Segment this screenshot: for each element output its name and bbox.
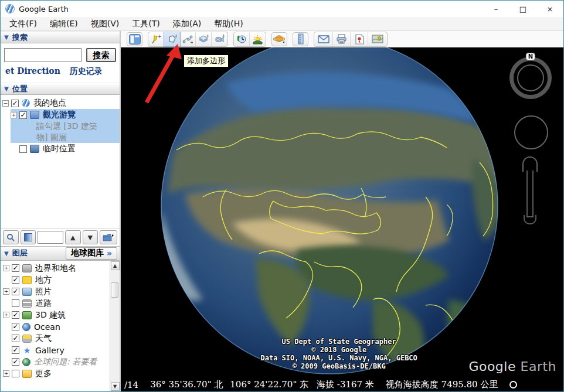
planets-button[interactable]	[271, 32, 287, 46]
historical-imagery-button[interactable]	[234, 32, 250, 46]
layer-weather[interactable]: ✓ 天气	[3, 333, 110, 345]
layer-label[interactable]: 更多	[35, 369, 52, 379]
zoom-slider[interactable]	[522, 156, 538, 226]
earth-viewport[interactable]: US Dept of State Geographer © 2018 Googl…	[121, 47, 563, 391]
places-checkbox[interactable]: ✓	[12, 276, 19, 284]
menu-view[interactable]: 视图(V)	[84, 18, 126, 30]
ruler-icon	[297, 33, 304, 45]
add-image-overlay-button[interactable]: +	[196, 32, 212, 46]
earth-gallery-button[interactable]: 地球图库 »	[66, 247, 117, 260]
places-panel-header[interactable]: ▼ 位置	[1, 83, 120, 95]
buildings-checkbox[interactable]: ✓	[12, 311, 19, 319]
layer-more[interactable]: + 更多	[3, 368, 110, 380]
weather-checkbox[interactable]: ✓	[12, 335, 19, 342]
record-tour-button[interactable]: +	[212, 32, 227, 46]
move-down-button[interactable]: ▼	[83, 230, 98, 244]
layer-label[interactable]: 3D 建筑	[35, 310, 66, 321]
tree-item-sightseeing[interactable]: + ✓ 觀光游覽	[11, 109, 120, 121]
layer-label[interactable]: 地方	[35, 275, 52, 285]
my-places-checkbox[interactable]: ✓	[11, 100, 19, 107]
expander-icon[interactable]: +	[11, 112, 17, 118]
sightseeing-checkbox[interactable]: ✓	[19, 111, 27, 119]
close-button[interactable]: ×	[536, 1, 563, 17]
my-places-label[interactable]: 我的地点	[33, 98, 66, 108]
layer-label[interactable]: 天气	[35, 333, 52, 344]
expander-icon[interactable]: −	[2, 100, 9, 107]
more-checkbox[interactable]	[12, 370, 19, 377]
search-panel-header[interactable]: ▼ 搜索	[1, 31, 120, 43]
layer-ocean[interactable]: ✓ Ocean	[3, 321, 110, 333]
folder-actions-button[interactable]	[100, 230, 117, 244]
roads-checkbox[interactable]	[12, 299, 19, 307]
email-button[interactable]	[314, 32, 333, 46]
add-polygon-button[interactable]: +	[164, 32, 180, 46]
scroll-up-button[interactable]: ▲	[111, 261, 120, 270]
borders-icon	[22, 264, 32, 272]
temporary-places-label[interactable]: 临时位置	[43, 144, 76, 154]
places-filter-input[interactable]	[38, 231, 63, 244]
photos-icon	[22, 288, 32, 296]
layer-photos[interactable]: + ✓ 照片	[3, 286, 110, 298]
minimize-button[interactable]: –	[483, 1, 509, 17]
scrollbar-thumb[interactable]	[111, 282, 118, 298]
search-button[interactable]: 搜索	[86, 48, 116, 62]
sightseeing-label[interactable]: 觀光游覽	[43, 110, 76, 120]
gallery-checkbox[interactable]: ✓	[12, 346, 19, 354]
watermark-earth: Earth	[516, 359, 556, 374]
pan-joystick[interactable]	[514, 115, 548, 149]
layer-label[interactable]: 道路	[35, 298, 52, 309]
sidebar-toggle-button[interactable]	[127, 32, 142, 46]
tree-item-my-places[interactable]: − ✓ 我的地点	[2, 97, 120, 109]
save-image-button[interactable]	[351, 32, 368, 46]
photos-checkbox[interactable]: ✓	[12, 288, 19, 295]
layer-label[interactable]: 全球问题: 若要看	[34, 357, 97, 367]
layer-roads[interactable]: 道路	[3, 298, 110, 309]
scroll-down-button[interactable]: ▼	[111, 382, 120, 391]
view-in-maps-button[interactable]	[368, 32, 387, 46]
expander-icon[interactable]: +	[3, 265, 9, 271]
scrollbar-track[interactable]	[110, 271, 120, 382]
layer-label[interactable]: 边界和地名	[35, 263, 76, 274]
ruler-button[interactable]	[293, 32, 308, 46]
expander-icon[interactable]: +	[3, 312, 9, 318]
expander-icon[interactable]: +	[3, 370, 9, 377]
layer-label[interactable]: Gallery	[35, 346, 64, 355]
ocean-checkbox[interactable]: ✓	[12, 323, 19, 330]
layer-gallery[interactable]: ✓ ★ Gallery	[3, 345, 110, 356]
layers-scrollbar[interactable]: ▲ ▼	[110, 261, 120, 392]
zoom-track[interactable]	[526, 171, 534, 217]
look-joystick[interactable]	[517, 64, 544, 91]
view-toggle-button[interactable]	[21, 230, 36, 244]
temporary-places-checkbox[interactable]	[19, 145, 27, 153]
search-places-button[interactable]	[3, 230, 19, 244]
move-up-button[interactable]: ▲	[65, 230, 81, 244]
menu-file[interactable]: 文件(F)	[3, 18, 43, 30]
borders-checkbox[interactable]: ✓	[12, 264, 19, 272]
layer-3d-buildings[interactable]: + ✓ 3D 建筑	[3, 309, 110, 321]
add-path-button[interactable]: +	[180, 32, 196, 46]
menu-add[interactable]: 添加(A)	[167, 18, 208, 30]
tree-item-temporary-places[interactable]: 临时位置	[11, 143, 120, 155]
layer-places[interactable]: ✓ 地方	[3, 274, 110, 286]
menu-tools[interactable]: 工具(T)	[125, 18, 166, 30]
north-indicator[interactable]: N	[526, 53, 535, 60]
menu-help[interactable]: 帮助(H)	[208, 18, 249, 30]
layer-label[interactable]: Ocean	[34, 322, 60, 332]
sunlight-button[interactable]	[250, 32, 266, 46]
expander-icon[interactable]: +	[3, 288, 9, 295]
history-link[interactable]: 历史记录	[70, 66, 103, 77]
compass-ring[interactable]: N	[509, 57, 552, 99]
global-awareness-checkbox[interactable]: ✓	[12, 358, 19, 366]
layer-borders[interactable]: + ✓ 边界和地名	[3, 263, 110, 274]
get-directions-link[interactable]: et Direction	[5, 66, 60, 77]
menu-edit[interactable]: 编辑(E)	[43, 18, 84, 30]
zoom-out-knob[interactable]	[524, 215, 536, 224]
search-input[interactable]	[4, 48, 81, 62]
layer-global-awareness[interactable]: ✓ 全球问题: 若要看	[3, 356, 110, 368]
maximize-button[interactable]: □	[509, 1, 536, 17]
add-placemark-button[interactable]: +	[148, 32, 164, 46]
zoom-in-knob[interactable]	[522, 156, 538, 172]
print-button[interactable]	[333, 32, 351, 46]
layer-label[interactable]: 照片	[35, 287, 52, 297]
down-arrow-icon: ▼	[88, 234, 93, 241]
